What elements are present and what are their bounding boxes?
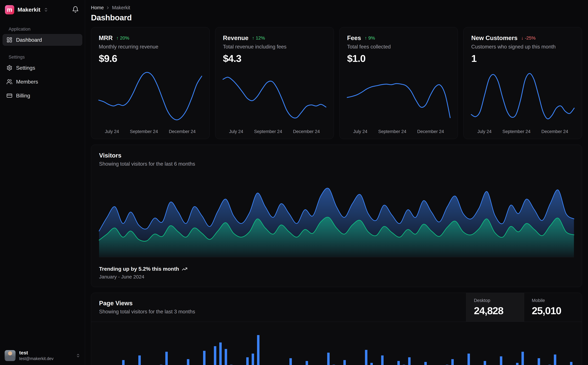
stat-value: 1 <box>471 53 574 64</box>
breadcrumb-current: Makerkit <box>112 5 130 10</box>
sidebar-nav: Application Dashboard Settings Settings … <box>0 18 85 101</box>
stat-value: $9.6 <box>99 53 202 64</box>
user-name: test <box>19 350 53 356</box>
app-root: m Makerkit Application Dashboard Setti <box>0 0 588 365</box>
breadcrumb: Home Makerkit <box>91 5 582 10</box>
visitors-range: January - June 2024 <box>99 274 574 280</box>
dashboard-icon <box>7 37 12 43</box>
sidebar: m Makerkit Application Dashboard Setti <box>0 0 85 365</box>
user-email: test@makerkit.dev <box>19 356 53 361</box>
x-axis-labels: July 24September 24December 24 <box>223 126 326 134</box>
stat-value: $4.3 <box>223 53 326 64</box>
stat-card-fees: Fees ↑9% Total fees collected $1.0 July … <box>339 27 458 139</box>
users-icon <box>7 79 12 85</box>
page-views-header: Page Views Showing total visitors for th… <box>91 293 582 322</box>
stat-card-grid: MRR ↑20% Monthly recurring revenue $9.6 … <box>91 27 582 139</box>
trend-badge: ↑9% <box>365 35 375 41</box>
sidebar-item-label: Members <box>16 79 38 85</box>
trend-badge: ↑12% <box>252 35 265 41</box>
toggle-desktop[interactable]: Desktop 24,828 <box>466 293 524 322</box>
visitors-trend: Trending up by 5.2% this month <box>99 266 574 272</box>
stat-card-new-customers: New Customers ↓-25% Customers who signed… <box>463 27 582 139</box>
user-meta: test test@makerkit.dev <box>19 350 53 361</box>
x-axis-labels: July 24September 24December 24 <box>347 126 450 134</box>
toggle-mobile[interactable]: Mobile 25,010 <box>524 293 582 322</box>
chevrons-up-down-icon <box>76 353 80 358</box>
avatar <box>5 350 15 361</box>
stat-card-mrr: MRR ↑20% Monthly recurring revenue $9.6 … <box>91 27 210 139</box>
trend-badge: ↑20% <box>116 35 129 41</box>
page-views-titles: Page Views Showing total visitors for th… <box>91 293 466 322</box>
new-customers-sparkline-chart <box>471 69 574 126</box>
sidebar-item-dashboard[interactable]: Dashboard <box>3 34 82 46</box>
page-views-bar-chart <box>99 326 574 365</box>
chevrons-up-down-icon <box>44 7 48 12</box>
workspace-selector[interactable]: m Makerkit <box>5 5 48 14</box>
visitors-subtitle: Showing total visitors for the last 6 mo… <box>99 161 574 167</box>
sidebar-item-label: Settings <box>16 65 35 71</box>
sidebar-header: m Makerkit <box>0 0 85 18</box>
credit-card-icon <box>7 93 12 99</box>
sidebar-item-billing[interactable]: Billing <box>3 90 82 101</box>
sidebar-item-settings[interactable]: Settings <box>3 62 82 74</box>
trend-badge: ↓-25% <box>521 35 536 41</box>
notifications-button[interactable] <box>71 5 80 14</box>
stat-card-revenue: Revenue ↑12% Total revenue including fee… <box>215 27 334 139</box>
workspace-name: Makerkit <box>18 7 40 13</box>
x-axis-labels: July 24September 24December 24 <box>471 126 574 134</box>
stat-subtitle: Total revenue including fees <box>223 44 326 50</box>
makerkit-logo: m <box>5 5 14 14</box>
gear-icon <box>7 65 12 71</box>
main-content: Home Makerkit Dashboard MRR ↑20% Monthly… <box>85 0 588 365</box>
page-views-title: Page Views <box>99 300 458 307</box>
stat-title: MRR <box>99 35 113 42</box>
sidebar-item-members[interactable]: Members <box>3 76 82 88</box>
sidebar-item-label: Dashboard <box>16 37 42 43</box>
stat-title: New Customers <box>471 35 518 42</box>
bell-icon <box>72 6 79 13</box>
stat-title: Revenue <box>223 35 249 42</box>
user-menu[interactable]: test test@makerkit.dev <box>0 346 85 365</box>
stat-subtitle: Total fees collected <box>347 44 450 50</box>
stat-subtitle: Customers who signed up this month <box>471 44 574 50</box>
mrr-sparkline-chart <box>99 69 202 126</box>
fees-sparkline-chart <box>347 69 450 126</box>
x-axis-labels: July 24September 24December 24 <box>99 126 202 134</box>
stat-subtitle: Monthly recurring revenue <box>99 44 202 50</box>
page-views-card: Page Views Showing total visitors for th… <box>91 293 582 365</box>
revenue-sparkline-chart <box>223 69 326 126</box>
visitors-card: Visitors Showing total visitors for the … <box>91 145 582 287</box>
trending-up-icon <box>182 266 187 272</box>
page-views-subtitle: Showing total visitors for the last 3 mo… <box>99 309 458 315</box>
visitors-area-chart <box>99 175 574 257</box>
stat-value: $1.0 <box>347 53 450 64</box>
sidebar-item-label: Billing <box>16 93 30 99</box>
breadcrumb-home[interactable]: Home <box>91 5 104 10</box>
chevron-right-icon <box>106 6 110 10</box>
stat-title: Fees <box>347 35 361 42</box>
nav-section-settings: Settings <box>3 55 82 60</box>
page-title: Dashboard <box>91 13 582 22</box>
visitors-title: Visitors <box>99 152 574 159</box>
nav-section-application: Application <box>3 27 82 32</box>
